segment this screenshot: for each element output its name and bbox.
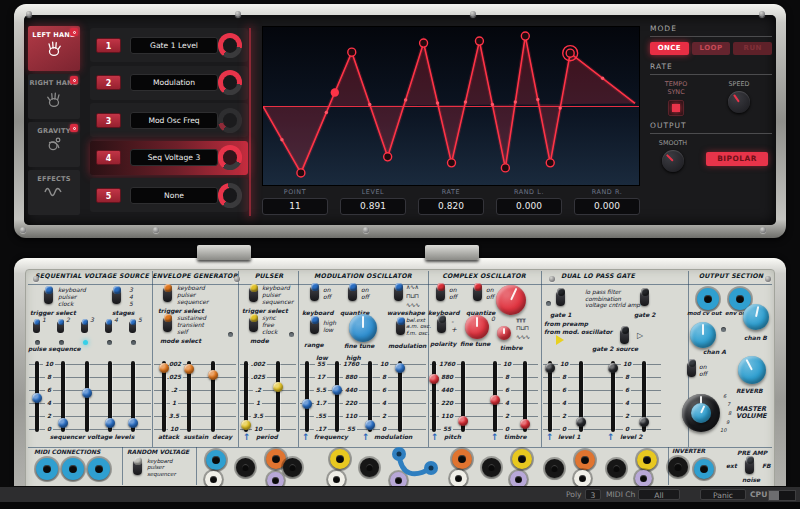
patch-jack[interactable] — [482, 458, 501, 477]
label: sustained transient self — [177, 315, 206, 336]
panel-divider — [196, 447, 197, 485]
pulser-trigger-select-toggle[interactable] — [249, 287, 258, 302]
modosc-frequency-cv-slider-track[interactable] — [335, 361, 339, 432]
cplx-fine-tune-knob[interactable] — [465, 315, 489, 339]
patch-jack[interactable] — [574, 470, 591, 487]
cplx-timbre-knob[interactable] — [497, 326, 511, 340]
slider-scale-label: 10 — [252, 426, 264, 433]
patch-jack[interactable] — [607, 459, 626, 478]
section-title: MODULATION OSCILLATOR — [314, 272, 412, 279]
midi-jack-2[interactable] — [62, 458, 84, 480]
pulse-seq-toggle-3[interactable] — [81, 321, 88, 333]
patch-jack[interactable] — [450, 470, 467, 487]
modosc-modulation-cv-slider[interactable] — [395, 363, 405, 373]
inverter-out-jack[interactable] — [694, 459, 714, 479]
pulser-mode-toggle[interactable] — [249, 317, 258, 332]
patch-jack[interactable] — [360, 458, 379, 477]
midi-ch-value-box[interactable]: All — [638, 489, 680, 500]
pulse-seq-toggle-2[interactable] — [57, 321, 64, 333]
pulse-seq-toggle-1[interactable] — [33, 321, 40, 333]
inverter-in-jack[interactable] — [668, 457, 688, 477]
panic-button[interactable]: Panic — [700, 489, 746, 500]
patch-jack[interactable] — [545, 459, 564, 478]
chan-a-knob[interactable] — [690, 322, 716, 348]
modosc-frequency-cv-slider[interactable] — [332, 385, 342, 395]
gate-2-source-toggle[interactable] — [620, 329, 629, 344]
modosc-fine-tune-knob[interactable] — [349, 314, 377, 342]
period-cv-slider-track[interactable] — [276, 361, 280, 432]
patch-jack[interactable] — [236, 458, 255, 477]
mod-cv-out-jack[interactable] — [697, 288, 719, 310]
slider-scale-label: 2 — [380, 413, 388, 420]
master-volume-cap[interactable] — [691, 403, 711, 423]
modosc-quantize-toggle[interactable] — [348, 286, 357, 301]
sustain-slider[interactable] — [184, 364, 194, 374]
patch-jack[interactable] — [637, 450, 657, 470]
cplx-polarity-toggle[interactable] — [437, 318, 446, 333]
modosc-keyboard-toggle[interactable] — [310, 286, 319, 301]
eg-trigger-select-toggle[interactable] — [163, 287, 172, 302]
cplx-quantize-toggle[interactable] — [473, 286, 482, 301]
poly-value-box[interactable]: 3 — [585, 489, 601, 500]
seq-level-1-slider[interactable] — [32, 393, 42, 403]
seq-level-5-slider[interactable] — [128, 418, 138, 428]
label: mode select — [160, 338, 201, 345]
cplx-keyboard-toggle[interactable] — [436, 286, 445, 301]
preamp-source-toggle[interactable] — [745, 459, 754, 474]
modosc-modulation-mode-toggle[interactable] — [396, 320, 405, 335]
modosc-range-toggle[interactable] — [310, 319, 319, 334]
patch-jack[interactable] — [512, 449, 532, 469]
slider-scale-label: 6 — [503, 387, 511, 394]
slider-scale-label: 440 — [439, 387, 455, 394]
patch-jack[interactable] — [452, 449, 472, 469]
seq-level-3-slider[interactable] — [82, 388, 92, 398]
seq-level-2-slider[interactable] — [58, 418, 68, 428]
level-2-slider[interactable] — [608, 363, 618, 373]
chan-b-knob[interactable] — [743, 304, 769, 330]
pitch-slider[interactable] — [429, 374, 439, 384]
output-on-off-toggle[interactable] — [687, 362, 696, 377]
level-2-cv-slider[interactable] — [639, 417, 649, 427]
pulse-seq-toggle-4[interactable] — [105, 321, 112, 333]
patch-jack[interactable] — [635, 470, 652, 487]
gate-2-toggle[interactable] — [640, 291, 649, 306]
modosc-frequency-slider-track[interactable] — [305, 361, 309, 432]
pulse-seq-toggle-5[interactable] — [129, 321, 136, 333]
pitch-cv-slider[interactable] — [458, 416, 468, 426]
patch-jack[interactable] — [575, 450, 595, 470]
slider-scale-label: .2 — [253, 387, 263, 394]
decay-slider[interactable] — [208, 370, 218, 380]
eg-mode-select-toggle[interactable] — [163, 317, 172, 332]
label: 6 — [723, 394, 726, 400]
label: low — [316, 355, 328, 362]
modosc-waveshape-toggle[interactable] — [394, 286, 403, 301]
pitch-slider-track[interactable] — [432, 361, 436, 432]
svs-stages-toggle[interactable] — [112, 289, 121, 304]
gate-1-toggle[interactable] — [556, 291, 565, 306]
label: 7 — [727, 402, 730, 408]
random-voltage-toggle[interactable] — [133, 460, 142, 475]
modosc-frequency-slider[interactable] — [302, 399, 312, 409]
svs-trigger-select-toggle[interactable] — [44, 289, 53, 304]
patch-jack[interactable] — [206, 450, 226, 470]
midi-jack-1[interactable] — [36, 458, 58, 480]
level-1-slider[interactable] — [545, 363, 555, 373]
midi-jack-3[interactable] — [88, 458, 110, 480]
screw — [33, 276, 39, 282]
patch-jack[interactable] — [330, 449, 350, 469]
patch-cable[interactable] — [385, 444, 445, 490]
period-cv-slider[interactable] — [273, 382, 283, 392]
label: RANDOM VOLTAGE — [127, 449, 189, 456]
attack-slider[interactable] — [159, 363, 169, 373]
slider-scale-label: 110 — [343, 413, 359, 420]
reverb-knob[interactable] — [738, 356, 766, 384]
slider-scale-label: 4 — [380, 400, 388, 407]
patch-jack[interactable] — [283, 458, 302, 477]
slider-scale-label: 0 — [380, 426, 388, 433]
timbre-cv-slider[interactable] — [520, 419, 530, 429]
cplx-mod-index-knob[interactable] — [496, 285, 526, 315]
level-1-cv-slider[interactable] — [576, 417, 586, 427]
label: attack sustain decay — [158, 434, 232, 441]
label: mod cv out — [687, 310, 721, 316]
seq-level-4-slider[interactable] — [105, 418, 115, 428]
